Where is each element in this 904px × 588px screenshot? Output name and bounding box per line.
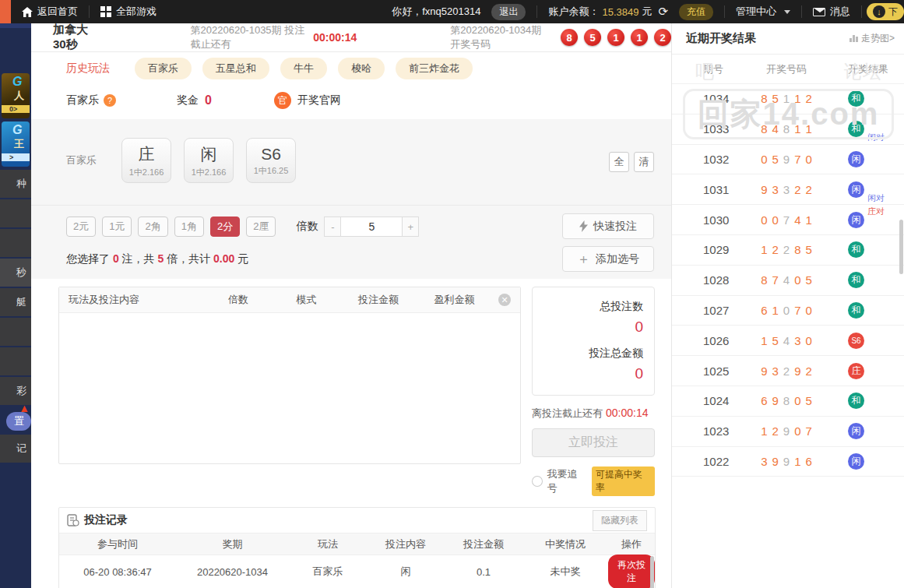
- tab-history-play[interactable]: 历史玩法: [66, 62, 110, 76]
- lightning-icon: [579, 220, 588, 232]
- admin-center-label: 管理中心: [736, 5, 776, 19]
- sidebar-item[interactable]: 秒: [0, 259, 31, 287]
- deadline-row: 离投注截止还有00:00:14: [532, 407, 655, 421]
- bet-again-button[interactable]: 再次投注: [608, 555, 655, 588]
- result-digit: 8: [794, 243, 800, 256]
- total-amount-label: 投注总金额: [543, 347, 643, 361]
- promo-banner-2[interactable]: G 王 >: [2, 121, 30, 167]
- admin-center-menu[interactable]: 管理中心: [725, 0, 801, 23]
- trend-chart-link[interactable]: 走势图>: [849, 32, 895, 45]
- sidebar-item[interactable]: 种: [0, 170, 31, 198]
- result-issue: 1034: [672, 92, 740, 105]
- add-numbers-button[interactable]: ＋ 添加选号: [562, 246, 654, 272]
- banner-logo: G: [2, 73, 30, 89]
- slip-col-header: 玩法及投注内容: [59, 293, 203, 307]
- result-numbers: 84811: [740, 122, 832, 136]
- promo-banner-1[interactable]: G 人 0>: [2, 73, 30, 118]
- tab-梭哈[interactable]: 梭哈: [338, 58, 385, 79]
- multiplier-plus-button[interactable]: +: [402, 217, 419, 237]
- result-badge: S6: [848, 333, 864, 349]
- clear-button[interactable]: 清: [634, 152, 654, 172]
- denom-chip-1元[interactable]: 1元: [102, 217, 132, 237]
- bet-option-name: S6: [261, 145, 281, 164]
- official-site-link[interactable]: 开奖官网: [297, 93, 341, 107]
- result-issue: 1028: [672, 273, 740, 287]
- record-action-cell: 再次投注: [608, 555, 655, 588]
- selected-count: 0: [113, 252, 119, 265]
- all-games-button[interactable]: 全部游戏: [90, 0, 167, 23]
- banner-button: >: [2, 153, 30, 161]
- topbar-divider: [861, 5, 862, 18]
- results-columns: 期号开奖号码开奖结果: [672, 55, 904, 84]
- game-header: 加拿大30秒 第20220620-1035期 投注截止还有 00:00:14 第…: [31, 23, 671, 52]
- result-digit: 1: [761, 334, 767, 347]
- result-badge: 和: [848, 393, 864, 409]
- bet-option-闲[interactable]: 闲1中2.166: [184, 138, 234, 183]
- denom-chip-2元[interactable]: 2元: [66, 217, 96, 237]
- denom-chip-2分[interactable]: 2分: [210, 217, 240, 237]
- result-badge-cell: 和: [832, 302, 904, 319]
- selected-multiplier: 5: [157, 252, 164, 265]
- bet-options-row: 百家乐 庄1中2.166闲1中2.166S61中16.25 全 清: [31, 119, 671, 205]
- chase-checkbox[interactable]: [532, 476, 543, 487]
- sidebar-item[interactable]: [0, 318, 31, 346]
- result-badge: 闲: [848, 151, 864, 167]
- sidebar-item[interactable]: [0, 347, 31, 375]
- bet-option-S6[interactable]: S61中16.25: [246, 138, 296, 183]
- hide-list-button[interactable]: 隐藏列表: [593, 510, 647, 531]
- selected-total: 0.00: [213, 252, 234, 265]
- result-numbers: 93292: [740, 364, 832, 378]
- result-badge: 和: [848, 272, 864, 288]
- result-numbers: 05970: [740, 153, 832, 166]
- bet-now-button[interactable]: 立即投注: [532, 428, 655, 457]
- result-badge: 庄: [848, 363, 864, 379]
- multiplier-input[interactable]: [341, 217, 402, 237]
- sidebar-item[interactable]: [0, 199, 31, 227]
- messages-button[interactable]: 消息: [802, 0, 861, 23]
- records-scrollbar[interactable]: [650, 556, 654, 588]
- play-name: 百家乐: [66, 93, 99, 107]
- download-app-button[interactable]: ↓ 下: [867, 3, 904, 20]
- result-badge-cell: S6: [832, 333, 904, 349]
- tab-前三炸金花[interactable]: 前三炸金花: [396, 58, 473, 79]
- denom-chip-1角[interactable]: 1角: [174, 217, 204, 237]
- tab-百家乐[interactable]: 百家乐: [135, 58, 192, 79]
- denom-chip-2厘[interactable]: 2厘: [246, 217, 276, 237]
- result-badge: 闲: [848, 453, 864, 470]
- bet-option-庄[interactable]: 庄1中2.166: [121, 138, 171, 183]
- quick-bet-button[interactable]: 快速投注: [562, 213, 654, 239]
- result-issue: 1029: [672, 243, 740, 256]
- result-digit: 6: [761, 394, 767, 407]
- denom-chip-2角[interactable]: 2角: [138, 217, 167, 237]
- banner-button: 0>: [2, 105, 30, 113]
- bet-slip-header: 玩法及投注内容倍数模式投注金额盈利金额✕: [59, 287, 520, 313]
- result-digit: 0: [794, 394, 800, 407]
- logout-button[interactable]: 退出: [491, 4, 526, 20]
- tab-五星总和[interactable]: 五星总和: [202, 58, 269, 79]
- back-home-button[interactable]: 返回首页: [11, 0, 89, 23]
- record-status: 未中奖: [522, 565, 608, 579]
- official-icon: 官: [274, 92, 291, 109]
- sidebar-item[interactable]: 艇: [0, 288, 31, 316]
- sidebar-item[interactable]: [0, 229, 31, 257]
- result-digit: 4: [772, 122, 778, 136]
- help-icon[interactable]: ?: [104, 94, 116, 107]
- results-scrollbar[interactable]: [899, 220, 903, 274]
- bet-option-odds: 1中2.166: [192, 167, 227, 178]
- tab-牛牛[interactable]: 牛牛: [280, 58, 327, 79]
- refresh-icon[interactable]: ⟳: [658, 5, 668, 19]
- sidebar-item-label: 种: [16, 177, 26, 191]
- result-digit: 9: [783, 455, 790, 468]
- result-numbers: 61070: [740, 304, 832, 317]
- total-amount-value: 0: [543, 365, 643, 382]
- result-badge: 和: [848, 302, 864, 319]
- sidebar-item-label: 彩: [16, 384, 26, 398]
- sidebar-blue-pill[interactable]: 置: [6, 412, 31, 431]
- multiplier-minus-button[interactable]: -: [324, 217, 341, 237]
- select-all-button[interactable]: 全: [609, 152, 629, 172]
- results-col-header: 开奖号码: [740, 62, 832, 76]
- sidebar-item[interactable]: 彩▲: [0, 377, 31, 405]
- recharge-button[interactable]: 充值: [679, 4, 713, 20]
- sidebar-item-bottom[interactable]: 记: [0, 435, 31, 463]
- close-icon[interactable]: ✕: [498, 294, 511, 306]
